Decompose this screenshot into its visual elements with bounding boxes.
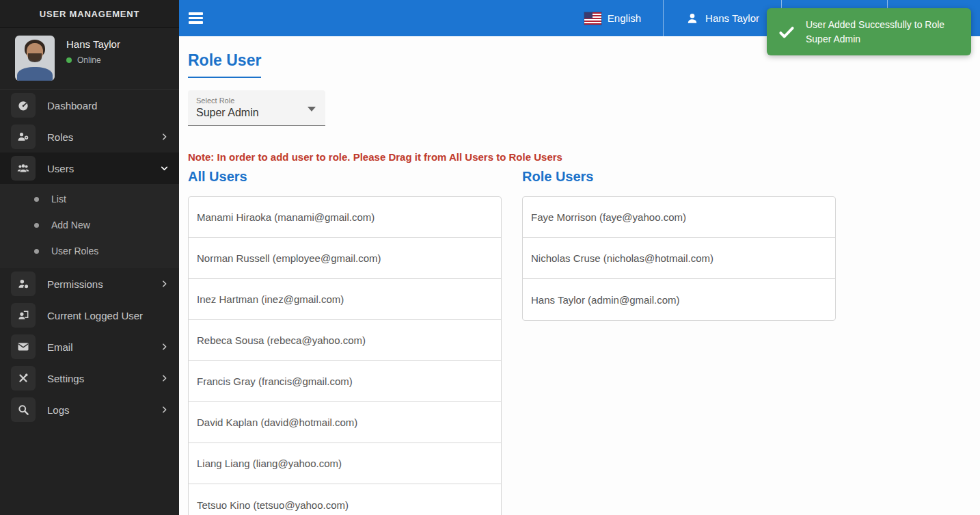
topbar-user-name: Hans Taylor bbox=[705, 12, 759, 24]
sidebar-item-logs[interactable]: Logs bbox=[0, 394, 179, 425]
role-select[interactable]: Select Role Super Admin bbox=[188, 90, 325, 126]
main-content: Role User Select Role Super Admin Note: … bbox=[179, 36, 980, 515]
us-flag-icon bbox=[584, 12, 601, 25]
submenu-item-label: User Roles bbox=[51, 246, 98, 256]
sidebar-item-label: Settings bbox=[47, 373, 84, 384]
app-title-bar: USER MANAGEMENT bbox=[0, 0, 179, 28]
submenu-item-list[interactable]: List bbox=[0, 186, 179, 212]
all-users-column: All Users Manami Hiraoka (manami@gmail.c… bbox=[188, 169, 502, 515]
user-list-item[interactable]: Francis Gray (francis@gmail.com) bbox=[189, 361, 501, 402]
sidebar-item-permissions[interactable]: Permissions bbox=[0, 268, 179, 300]
bullet-icon bbox=[34, 197, 39, 202]
role-users-title: Role Users bbox=[522, 169, 836, 185]
toast-message: User Added Successfully to Role Super Ad… bbox=[806, 18, 960, 46]
user-list-item[interactable]: Hans Taylor (admin@gmail.com) bbox=[523, 279, 835, 320]
sidebar-item-email[interactable]: Email bbox=[0, 331, 179, 362]
sidebar-item-label: Users bbox=[47, 163, 74, 174]
sidebar-item-label: Email bbox=[47, 341, 73, 353]
user-list-item[interactable]: Tetsuo Kino (tetsuo@yahoo.com) bbox=[189, 484, 501, 515]
language-selector[interactable]: English bbox=[562, 0, 663, 36]
sidebar-menu: Dashboard Roles Users List bbox=[0, 90, 179, 425]
user-list-item[interactable]: David Kaplan (david@hotmail.com) bbox=[189, 402, 501, 443]
role-users-column: Role Users Faye Morrison (faye@yahoo.com… bbox=[522, 169, 836, 515]
online-status-label: Online bbox=[77, 55, 101, 65]
permissions-icon bbox=[11, 272, 36, 296]
role-users-list: Faye Morrison (faye@yahoo.com) Nicholas … bbox=[522, 196, 836, 321]
user-list-item[interactable]: Faye Morrison (faye@yahoo.com) bbox=[523, 197, 835, 238]
chevron-right-icon bbox=[160, 133, 169, 142]
chevron-down-icon bbox=[160, 164, 169, 173]
submenu-item-add-new[interactable]: Add New bbox=[0, 212, 179, 238]
sidebar: USER MANAGEMENT Hans Taylor Online Dashb… bbox=[0, 0, 179, 515]
sidebar-item-dashboard[interactable]: Dashboard bbox=[0, 90, 179, 121]
user-list-item[interactable]: Liang Liang (liang@yahoo.com) bbox=[189, 443, 501, 484]
app-title: USER MANAGEMENT bbox=[40, 9, 139, 19]
sidebar-item-label: Roles bbox=[47, 131, 73, 143]
sidebar-item-users[interactable]: Users bbox=[0, 153, 179, 184]
check-icon bbox=[778, 23, 795, 41]
user-list-item[interactable]: Nicholas Cruse (nicholas@hotmail.com) bbox=[523, 238, 835, 279]
online-status-icon bbox=[66, 57, 72, 63]
submenu-item-user-roles[interactable]: User Roles bbox=[0, 238, 179, 264]
role-select-label: Select Role bbox=[196, 96, 317, 105]
sidebar-item-label: Current Logged User bbox=[47, 310, 143, 321]
page-title: Role User bbox=[188, 51, 261, 78]
profile-panel: Hans Taylor Online bbox=[0, 28, 179, 90]
sidebar-item-current-logged-user[interactable]: Current Logged User bbox=[0, 300, 179, 331]
users-icon bbox=[11, 156, 36, 181]
user-list-item[interactable]: Norman Russell (employee@gmail.com) bbox=[189, 238, 501, 279]
sidebar-item-settings[interactable]: Settings bbox=[0, 362, 179, 394]
users-submenu: List Add New User Roles bbox=[0, 184, 179, 268]
submenu-item-label: List bbox=[51, 194, 66, 204]
user-list-item[interactable]: Inez Hartman (inez@gmail.com) bbox=[189, 279, 501, 320]
sidebar-item-label: Dashboard bbox=[47, 100, 97, 111]
role-select-value: Super Admin bbox=[196, 107, 317, 119]
chevron-right-icon bbox=[160, 343, 169, 352]
settings-icon bbox=[11, 366, 36, 391]
user-icon bbox=[685, 12, 699, 25]
dashboard-icon bbox=[11, 93, 36, 118]
logs-icon bbox=[11, 397, 36, 422]
profile-name: Hans Taylor bbox=[66, 38, 120, 50]
topbar-user-menu[interactable]: Hans Taylor bbox=[664, 0, 781, 36]
all-users-title: All Users bbox=[188, 169, 502, 185]
caret-down-icon bbox=[308, 107, 316, 111]
drag-note: Note: In order to add user to role. Plea… bbox=[188, 151, 970, 163]
user-list-item[interactable]: Manami Hiraoka (manami@gmail.com) bbox=[189, 197, 501, 238]
email-icon bbox=[11, 334, 36, 359]
avatar bbox=[15, 36, 55, 81]
language-label: English bbox=[608, 12, 641, 24]
chevron-right-icon bbox=[160, 406, 169, 414]
sidebar-item-roles[interactable]: Roles bbox=[0, 121, 179, 153]
sidebar-item-label: Logs bbox=[47, 404, 70, 416]
hamburger-icon[interactable] bbox=[183, 5, 208, 31]
logged-user-icon bbox=[11, 303, 36, 328]
toast-notification[interactable]: User Added Successfully to Role Super Ad… bbox=[767, 8, 971, 55]
sidebar-item-label: Permissions bbox=[47, 278, 103, 290]
submenu-item-label: Add New bbox=[51, 220, 90, 230]
bullet-icon bbox=[34, 223, 39, 228]
bullet-icon bbox=[34, 249, 39, 254]
chevron-right-icon bbox=[160, 374, 169, 383]
user-list-item[interactable]: Rebeca Sousa (rebeca@yahoo.com) bbox=[189, 320, 501, 361]
all-users-list: Manami Hiraoka (manami@gmail.com) Norman… bbox=[188, 196, 502, 515]
roles-icon bbox=[11, 124, 36, 149]
chevron-right-icon bbox=[160, 280, 169, 289]
